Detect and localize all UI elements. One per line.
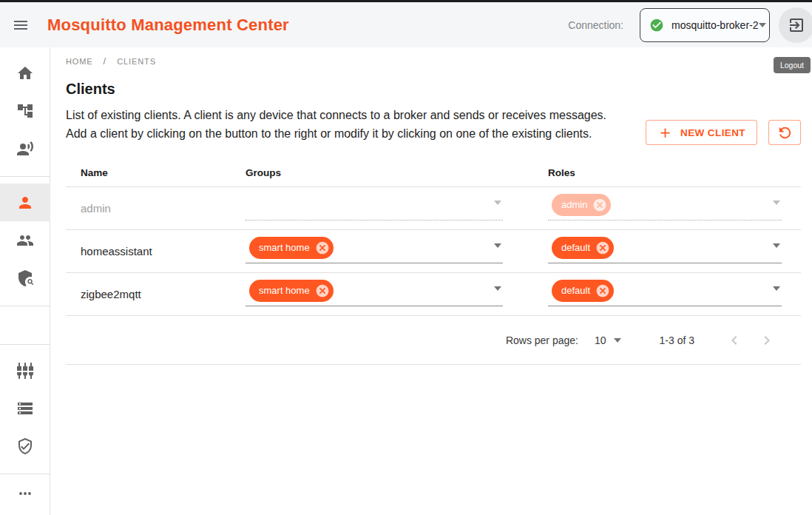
client-name: homeassistant xyxy=(81,245,152,258)
main-content: HOME / CLIENTS Clients List of existing … xyxy=(51,47,812,515)
new-client-button[interactable]: NEW CLIENT xyxy=(646,120,757,145)
chip-delete-icon[interactable] xyxy=(315,240,330,255)
person-icon xyxy=(16,194,34,212)
chip-delete-icon[interactable] xyxy=(595,283,610,298)
chevron-down-icon xyxy=(773,286,780,291)
chip-delete-icon[interactable] xyxy=(315,283,330,298)
page-description: List of existing clients. A client is an… xyxy=(66,106,609,143)
table-header-row: Name Groups Roles xyxy=(66,158,801,187)
connection-select[interactable]: mosquitto-broker-2 xyxy=(640,8,770,42)
table-row[interactable]: zigbee2mqtt smart home default xyxy=(66,273,801,316)
storage-list-icon xyxy=(16,400,34,417)
page-actions: NEW CLIENT xyxy=(646,120,801,145)
chevron-down-icon xyxy=(614,338,621,343)
groups-select[interactable]: smart home xyxy=(246,235,503,268)
hamburger-menu-icon xyxy=(12,16,30,34)
client-name: admin xyxy=(81,202,111,215)
table-row[interactable]: homeassistant smart home default xyxy=(66,230,801,273)
home-icon xyxy=(16,64,34,82)
chevron-down-icon xyxy=(494,286,501,291)
column-header-name: Name xyxy=(66,167,246,178)
next-page-button[interactable] xyxy=(751,324,783,357)
app-header: Mosquitto Management Center Connection: … xyxy=(0,2,812,47)
breadcrumb: HOME / CLIENTS xyxy=(66,55,801,67)
chevron-down-icon xyxy=(773,201,780,205)
connection-value: mosquitto-broker-2 xyxy=(671,19,759,31)
sidebar-item-more[interactable] xyxy=(0,474,50,512)
column-header-roles: Roles xyxy=(548,167,801,178)
roles-select[interactable]: default xyxy=(548,235,782,268)
rows-per-page-select[interactable]: 10 xyxy=(595,334,621,346)
chip-delete-icon[interactable] xyxy=(595,240,610,255)
chevron-down-icon xyxy=(773,243,780,248)
sidebar-item-home[interactable] xyxy=(0,54,50,92)
policy-shield-search-icon xyxy=(16,269,34,287)
group-chip[interactable]: smart home xyxy=(249,237,334,259)
chevron-down-icon xyxy=(494,243,501,248)
role-chip[interactable]: default xyxy=(552,280,614,302)
roles-select[interactable]: default xyxy=(548,278,782,311)
check-circle-icon xyxy=(649,18,664,33)
groups-select[interactable]: smart home xyxy=(246,278,503,311)
role-chip[interactable]: admin xyxy=(552,194,611,216)
hamburger-menu-button[interactable] xyxy=(4,9,37,41)
role-chip[interactable]: default xyxy=(552,237,614,259)
sidebar-item-logs[interactable] xyxy=(0,389,50,427)
window-top-edge xyxy=(0,0,812,2)
chip-delete-icon[interactable] xyxy=(592,198,607,212)
group-chip[interactable]: smart home xyxy=(249,280,334,302)
breadcrumb-home[interactable]: HOME xyxy=(66,57,93,66)
more-ellipsis-icon xyxy=(16,485,34,502)
logout-button[interactable] xyxy=(779,7,812,43)
clients-table: Name Groups Roles admin admin xyxy=(66,158,801,365)
sidebar-item-roles[interactable] xyxy=(0,259,50,297)
sidebar-item-groups[interactable] xyxy=(0,221,50,259)
rows-per-page-value: 10 xyxy=(595,334,606,346)
sidebar-item-connectors[interactable] xyxy=(0,351,50,389)
pagination-range: 1-3 of 3 xyxy=(660,334,694,346)
plus-icon xyxy=(657,125,673,141)
topology-icon xyxy=(16,102,34,120)
chevron-right-icon xyxy=(758,331,776,349)
app-title: Mosquitto Management Center xyxy=(47,16,289,35)
sidebar-item-connections[interactable] xyxy=(0,129,50,167)
breadcrumb-clients: CLIENTS xyxy=(117,57,156,66)
sidebar-item-clients[interactable] xyxy=(0,184,50,221)
roles-select[interactable]: admin xyxy=(548,192,782,225)
connector-plugs-icon xyxy=(16,362,34,380)
refresh-icon xyxy=(777,124,794,141)
client-name: zigbee2mqtt xyxy=(81,288,141,300)
groups-select[interactable] xyxy=(246,192,503,225)
broadcast-person-icon xyxy=(16,140,34,158)
connection-label: Connection: xyxy=(568,19,623,31)
sidebar xyxy=(0,47,50,515)
chevron-down-icon xyxy=(494,201,501,205)
breadcrumb-separator: / xyxy=(104,55,107,67)
table-row[interactable]: admin admin xyxy=(66,187,801,230)
table-pagination: Rows per page: 10 1-3 of 3 xyxy=(66,316,801,365)
sidebar-item-topology[interactable] xyxy=(0,92,50,129)
refresh-button[interactable] xyxy=(768,120,801,145)
sidebar-item-security[interactable] xyxy=(0,427,50,465)
new-client-button-label: NEW CLIENT xyxy=(680,127,745,138)
chevron-down-icon xyxy=(759,23,766,27)
shield-check-icon xyxy=(16,437,34,455)
logout-tooltip: Logout xyxy=(774,57,811,73)
previous-page-button[interactable] xyxy=(718,324,751,357)
exit-to-app-icon xyxy=(788,16,805,34)
rows-per-page-label: Rows per page: xyxy=(506,334,578,346)
page-title: Clients xyxy=(66,81,801,98)
column-header-groups: Groups xyxy=(246,167,548,178)
groups-icon xyxy=(16,232,34,249)
chevron-left-icon xyxy=(725,331,743,349)
